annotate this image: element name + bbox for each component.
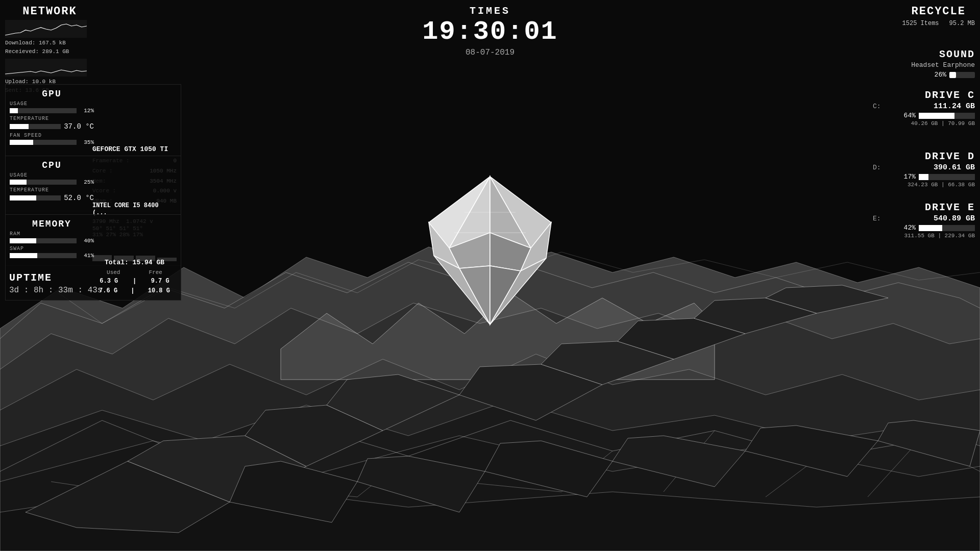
drive-d-bar (919, 174, 975, 180)
times-panel: TIMES 19:30:01 08-07-2019 (422, 5, 558, 57)
gpu-temp-fill (10, 124, 29, 129)
drive-c-bar (919, 113, 975, 119)
swap-pct: 41% (80, 253, 94, 259)
ram-bar (10, 238, 77, 243)
gpu-usage-label: USAGE (10, 101, 94, 107)
svg-rect-73 (5, 59, 87, 77)
gpu-temp-bar (10, 124, 61, 129)
sound-panel: SOUND Headset Earphone 26% (873, 48, 975, 79)
gpu-temp-label: TEMPERATURE (10, 116, 94, 121)
swap-fill (10, 253, 37, 258)
gpu-title: GPU (10, 89, 94, 99)
cpu-temp-label: TEMPERATURE (10, 187, 94, 193)
memory-title: MEMORY (10, 219, 94, 229)
cpu-usage-pct: 25% (80, 179, 94, 185)
drive-e-panel: DRIVE E E: 540.89 GB 42% 311.55 GB | 229… (873, 202, 975, 239)
drive-e-fill (919, 225, 942, 231)
drive-d-sub: 324.23 GB | 66.38 GB (873, 182, 975, 188)
sound-volume-fill (949, 72, 956, 78)
ram-pct: 40% (80, 238, 94, 244)
cpu-temp-fill (10, 195, 36, 201)
ram-fill (10, 238, 36, 243)
swap-label: SWAP (10, 246, 94, 252)
uptime-value: 3d : 8h : 33m : 43s (9, 286, 102, 295)
network-panel: NETWORK Download: 167.5 kB Receieved: 28… (5, 5, 94, 94)
gpu-left: GPU USAGE 12% TEMPERATURE 37.0 °C FAN SP… (10, 89, 94, 145)
drive-c-pct: 64% (904, 112, 916, 119)
gpu-model: GEFORCE GTX 1050 TI (92, 145, 177, 153)
drive-d-fill (919, 174, 928, 180)
gpu-usage-pct: 12% (80, 108, 94, 114)
times-clock: 19:30:01 (422, 17, 558, 47)
uptime-title: UPTIME (9, 272, 102, 284)
times-title: TIMES (422, 5, 558, 17)
gpu-fan-label: FAN SPEED (10, 133, 94, 138)
swap-bar (10, 253, 77, 258)
drive-e-sub: 311.55 GB | 229.34 GB (873, 233, 975, 239)
recycle-title: RECYCLE (902, 5, 975, 18)
network-title: NETWORK (5, 5, 94, 18)
recycle-items: 1525 Items (902, 20, 939, 27)
gpu-fan-pct: 35% (80, 139, 94, 145)
drive-e-bar (919, 225, 975, 231)
cpu-usage-bar (10, 180, 77, 185)
cpu-temp-value: 52.0 °C (64, 194, 94, 202)
uptime-panel: UPTIME 3d : 8h : 33m : 43s (5, 268, 106, 299)
cpu-usage-fill (10, 180, 27, 185)
sound-volume-pct: 26% (935, 71, 946, 79)
drive-c-panel: DRIVE C C: 111.24 GB 64% 40.26 GB | 70.9… (873, 89, 975, 127)
cpu-temp-bar (10, 195, 61, 201)
drive-d-panel: DRIVE D D: 390.61 GB 17% 324.23 GB | 66.… (873, 151, 975, 188)
recycle-panel: RECYCLE 1525 Items 95.2 MB (902, 5, 975, 27)
memory-left: MEMORY RAM 40% SWAP 41% (10, 219, 94, 259)
ram-label: RAM (10, 231, 94, 237)
recycle-size: 95.2 MB (949, 20, 975, 27)
gpu-usage-fill (10, 108, 18, 113)
times-date: 08-07-2019 (422, 48, 558, 57)
drive-d-size: 390.61 GB (934, 163, 975, 172)
drive-c-sub: 40.26 GB | 70.99 GB (873, 120, 975, 127)
drive-d-label: D: (873, 164, 881, 171)
gpu-fan-fill (10, 140, 33, 145)
drive-e-size: 540.89 GB (934, 214, 975, 223)
sound-title: SOUND (873, 48, 975, 60)
gpu-temp-value: 37.0 °C (64, 122, 94, 131)
drive-e-title: DRIVE E (873, 202, 975, 213)
sound-device: Headset Earphone (873, 61, 975, 69)
cpu-title: CPU (10, 160, 94, 170)
gpu-usage-bar (10, 108, 77, 113)
network-download: Download: 167.5 kB Receieved: 289.1 GB (5, 39, 94, 56)
cpu-usage-label: USAGE (10, 172, 94, 178)
drive-c-size: 111.24 GB (934, 102, 975, 111)
drive-c-label: C: (873, 103, 881, 110)
drive-c-fill (919, 113, 954, 119)
gpu-fan-bar (10, 140, 77, 145)
drive-d-pct: 17% (904, 173, 916, 181)
drive-c-title: DRIVE C (873, 89, 975, 101)
sound-volume-bar (949, 72, 975, 78)
drive-e-label: E: (873, 215, 881, 222)
memory-total: Total: 15.94 GB (92, 259, 177, 266)
drive-e-pct: 42% (904, 224, 916, 232)
cpu-left: CPU USAGE 25% TEMPERATURE 52.0 °C (10, 160, 94, 202)
diamond-visualization (419, 166, 561, 342)
drive-d-title: DRIVE D (873, 151, 975, 162)
